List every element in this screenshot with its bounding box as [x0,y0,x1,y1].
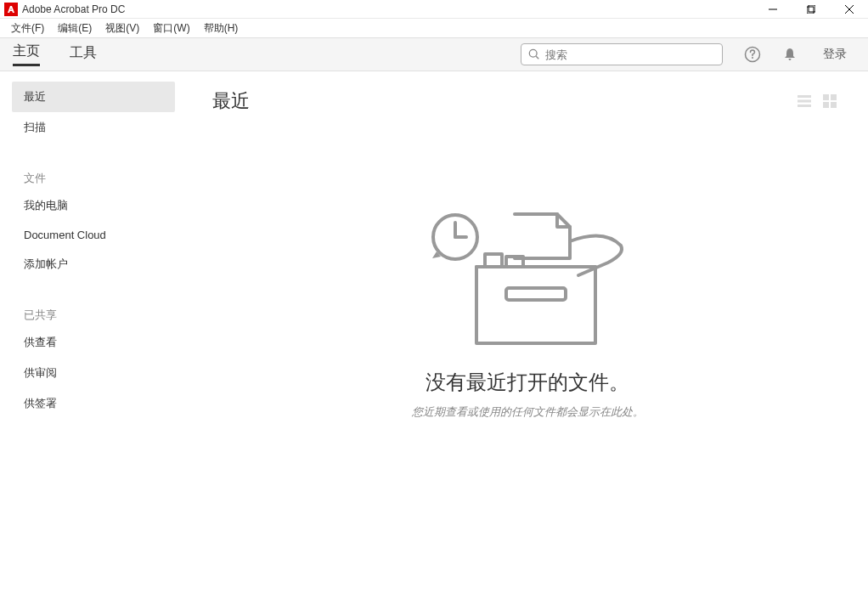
empty-illustration [417,207,638,352]
sidebar-item-for-view[interactable]: 供查看 [12,327,175,358]
sidebar-item-my-computer[interactable]: 我的电脑 [12,190,175,221]
help-icon[interactable] [744,46,761,63]
svg-rect-20 [506,288,566,300]
top-toolbar: 主页 工具 登录 [0,37,868,71]
svg-rect-12 [823,94,829,100]
grid-view-button[interactable] [820,92,839,110]
svg-rect-15 [831,102,837,108]
search-input[interactable] [545,48,715,61]
svg-rect-14 [823,102,829,108]
minimize-button[interactable] [753,0,792,19]
menu-help[interactable]: 帮助(H) [197,20,245,37]
app-icon [4,3,18,16]
tab-home[interactable]: 主页 [13,42,40,66]
svg-line-6 [536,56,538,59]
menu-file[interactable]: 文件(F) [4,20,51,37]
login-button[interactable]: 登录 [823,47,847,62]
svg-point-8 [752,57,753,59]
svg-point-5 [529,49,537,57]
menu-window[interactable]: 窗口(W) [146,20,196,37]
bell-icon[interactable] [782,47,798,62]
empty-subline: 您近期查看或使用的任何文件都会显示在此处。 [412,404,644,420]
view-toggle [795,92,839,110]
sidebar: 最近 扫描 文件 我的电脑 Document Cloud 添加帐户 已共享 供查… [0,71,187,616]
menu-bar: 文件(F) 编辑(E) 视图(V) 窗口(W) 帮助(H) [0,19,868,37]
close-button[interactable] [830,0,868,19]
svg-rect-10 [798,100,811,103]
empty-headline: 没有最近打开的文件。 [426,369,629,396]
sidebar-item-add-account[interactable]: 添加帐户 [12,249,175,280]
svg-rect-1 [807,7,814,14]
menu-edit[interactable]: 编辑(E) [51,20,99,37]
main-area: 最近 扫描 文件 我的电脑 Document Cloud 添加帐户 已共享 供查… [0,71,868,616]
list-view-button[interactable] [795,92,814,110]
search-icon [528,48,540,60]
svg-rect-13 [831,94,837,100]
svg-rect-9 [798,95,811,98]
maximize-button[interactable] [792,0,830,19]
empty-state: 没有最近打开的文件。 您近期查看或使用的任何文件都会显示在此处。 [212,207,843,420]
svg-rect-11 [798,105,811,107]
tab-tools[interactable]: 工具 [70,44,97,65]
sidebar-item-document-cloud[interactable]: Document Cloud [12,221,175,249]
sidebar-header-shared: 已共享 [12,303,175,327]
search-box[interactable] [521,43,723,65]
menu-view[interactable]: 视图(V) [99,20,146,37]
sidebar-item-for-review[interactable]: 供审阅 [12,358,175,388]
window-title: Adobe Acrobat Pro DC [22,3,125,15]
sidebar-item-recent[interactable]: 最近 [12,82,175,112]
sidebar-header-files: 文件 [12,167,175,190]
title-bar: Adobe Acrobat Pro DC [0,0,868,19]
sidebar-item-scan[interactable]: 扫描 [12,112,175,143]
svg-rect-2 [809,5,815,12]
sidebar-item-for-sign[interactable]: 供签署 [12,388,175,419]
content-title: 最近 [212,88,250,114]
content-area: 最近 [187,71,868,616]
content-header: 最近 [212,88,843,114]
